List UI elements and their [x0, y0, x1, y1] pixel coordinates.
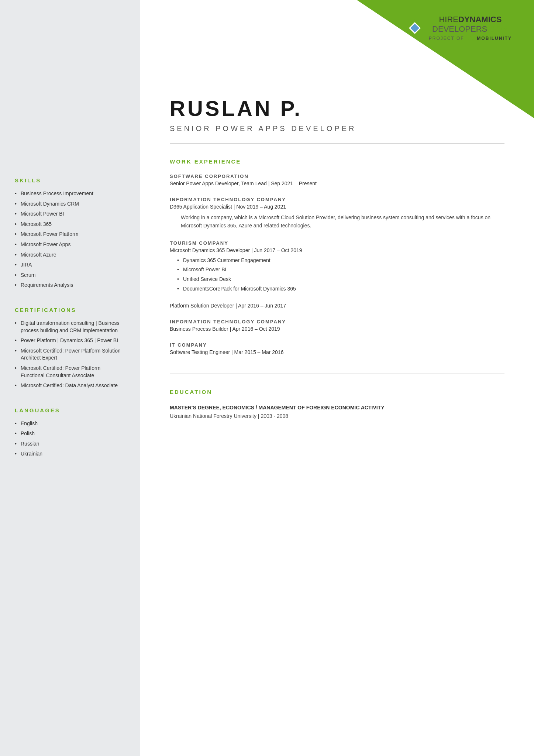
- logo-text-block: HIREDYNAMICS DEVELOPERS.COM PROJECT OF M…: [429, 15, 512, 41]
- list-item: DocumentsCorePack for Microsoft Dynamics…: [177, 285, 504, 293]
- languages-list: English Polish Russian Ukrainian: [15, 420, 125, 458]
- list-item: Microsoft Certified: Power Platform Solu…: [15, 347, 125, 362]
- list-item: Microsoft 365: [15, 221, 125, 228]
- job-entry: INFORMATION TECHNOLOGY COMPANY Business …: [170, 319, 504, 332]
- work-experience-section: WORK EXPERIENCE SOFTWARE CORPORATION Sen…: [170, 158, 504, 355]
- logo-hire: HIRE: [439, 15, 458, 24]
- job-title-date: D365 Application Specialist | Nov 2019 –…: [170, 204, 504, 210]
- company-name: INFORMATION TECHNOLOGY COMPANY: [170, 197, 504, 202]
- divider: [170, 143, 504, 144]
- job-entry: INFORMATION TECHNOLOGY COMPANY D365 Appl…: [170, 197, 504, 230]
- list-item: Microsoft Power Apps: [15, 241, 125, 248]
- list-item: Russian: [15, 440, 125, 448]
- job-bullet-list: Dynamics 365 Customer Engagement Microso…: [177, 257, 504, 292]
- logo-developers: DEVELOPERS: [432, 24, 487, 34]
- skills-title: SKILLS: [15, 177, 125, 183]
- list-item: Digital transformation consulting | Busi…: [15, 320, 125, 334]
- logo-icon: [405, 18, 424, 38]
- certifications-title: CERTIFICATIONS: [15, 307, 125, 313]
- list-item: Microsoft Power Platform: [15, 231, 125, 238]
- education-section: EDUCATION MASTER'S DEGREE, ECONOMICS / M…: [170, 389, 504, 419]
- job-entry: SOFTWARE CORPORATION Senior Power Apps D…: [170, 173, 504, 186]
- logo-sub-text: PROJECT OF MOBILUNITY: [429, 36, 512, 41]
- job-title-date: Software Testing Engineer | Mar 2015 – M…: [170, 349, 504, 355]
- list-item: Power Platform | Dynamics 365 | Power BI: [15, 337, 125, 344]
- job-title-date: Microsoft Dynamics 365 Developer | Jun 2…: [170, 247, 504, 253]
- work-experience-title: WORK EXPERIENCE: [170, 158, 504, 165]
- logo-wrapper: HIREDYNAMICS DEVELOPERS.COM PROJECT OF M…: [405, 15, 512, 41]
- svg-marker-3: [467, 36, 474, 41]
- list-item: Polish: [15, 430, 125, 437]
- section-divider: [170, 374, 504, 374]
- list-item: Microsoft Dynamics CRM: [15, 200, 125, 208]
- list-item: Requirements Analysis: [15, 282, 125, 289]
- logo-dynamics: DYNAMICS: [458, 15, 502, 24]
- company-name: INFORMATION TECHNOLOGY COMPANY: [170, 319, 504, 324]
- list-item: JIRA: [15, 261, 125, 269]
- skills-section: SKILLS Business Process Improvement Micr…: [15, 177, 125, 289]
- job-entry: TOURISM COMPANY Microsoft Dynamics 365 D…: [170, 240, 504, 292]
- list-item: English: [15, 420, 125, 427]
- list-item: Dynamics 365 Customer Engagement: [177, 257, 504, 264]
- job-title-date: Platform Solution Developer | Apr 2016 –…: [170, 303, 504, 309]
- certifications-section: CERTIFICATIONS Digital transformation co…: [15, 307, 125, 389]
- list-item: Unified Service Desk: [177, 276, 504, 283]
- name-area: RUSLAN P. SENIOR POWER APPS DEVELOPER: [170, 96, 504, 144]
- languages-title: LANGUAGES: [15, 407, 125, 413]
- main-content: RUSLAN P. SENIOR POWER APPS DEVELOPER WO…: [140, 0, 534, 756]
- list-item: Ukrainian: [15, 450, 125, 458]
- list-item: Microsoft Certified: Power Platform Func…: [15, 365, 125, 379]
- candidate-name: RUSLAN P.: [170, 96, 504, 121]
- company-name: IT COMPANY: [170, 342, 504, 348]
- list-item: Microsoft Certified: Data Analyst Associ…: [15, 382, 125, 389]
- logo-area: HIREDYNAMICS DEVELOPERS.COM PROJECT OF M…: [405, 15, 512, 41]
- job-entry: Platform Solution Developer | Apr 2016 –…: [170, 303, 504, 309]
- company-name: TOURISM COMPANY: [170, 240, 504, 246]
- education-title: EDUCATION: [170, 389, 504, 395]
- job-description: Working in a company, which is a Microso…: [181, 213, 504, 230]
- company-name: SOFTWARE CORPORATION: [170, 173, 504, 179]
- list-item: Scrum: [15, 272, 125, 279]
- list-item: Business Process Improvement: [15, 190, 125, 197]
- languages-section: LANGUAGES English Polish Russian Ukraini…: [15, 407, 125, 458]
- list-item: Microsoft Power BI: [15, 210, 125, 218]
- edu-degree: MASTER'S DEGREE, ECONOMICS / MANAGEMENT …: [170, 404, 504, 412]
- skills-list: Business Process Improvement Microsoft D…: [15, 190, 125, 289]
- job-entry: IT COMPANY Software Testing Engineer | M…: [170, 342, 504, 355]
- list-item: Microsoft Power BI: [177, 266, 504, 274]
- logo-com: .COM: [487, 24, 508, 34]
- edu-institution: Ukrainian National Forestry University |…: [170, 413, 504, 419]
- job-title-date: Business Process Builder | Apr 2016 – Oc…: [170, 326, 504, 332]
- certifications-list: Digital transformation consulting | Busi…: [15, 320, 125, 389]
- list-item: Microsoft Azure: [15, 251, 125, 259]
- candidate-title: SENIOR POWER APPS DEVELOPER: [170, 124, 504, 133]
- sidebar: SKILLS Business Process Improvement Micr…: [0, 0, 140, 756]
- education-entry: MASTER'S DEGREE, ECONOMICS / MANAGEMENT …: [170, 404, 504, 419]
- page-container: SKILLS Business Process Improvement Micr…: [0, 0, 534, 756]
- job-title-date: Senior Power Apps Developer, Team Lead |…: [170, 181, 504, 186]
- mobilunity-icon: [467, 36, 474, 41]
